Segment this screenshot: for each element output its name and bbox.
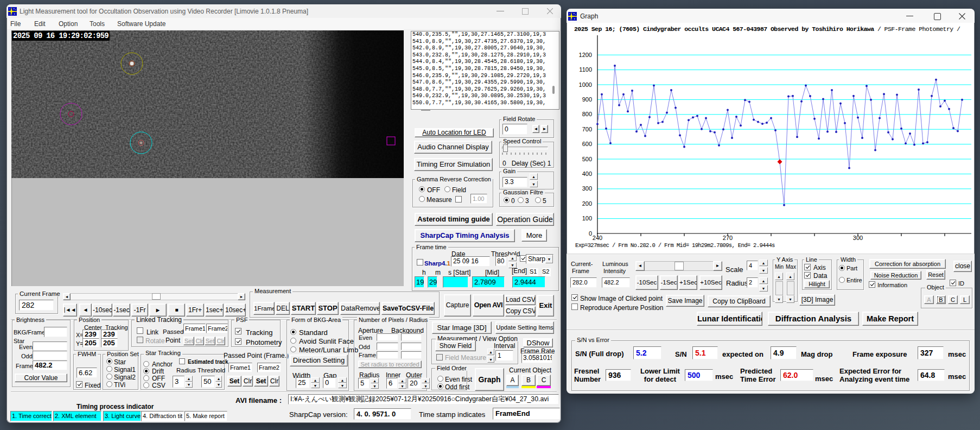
svg-text:1000: 1000 bbox=[579, 81, 592, 88]
svg-text:100: 100 bbox=[582, 215, 592, 222]
svg-text:1200: 1200 bbox=[579, 52, 592, 58]
svg-text:400: 400 bbox=[582, 170, 592, 177]
svg-text:1100: 1100 bbox=[579, 66, 592, 73]
svg-text:0: 0 bbox=[589, 230, 592, 237]
svg-text:600: 600 bbox=[582, 141, 592, 147]
svg-text:900: 900 bbox=[582, 96, 592, 103]
svg-text:800: 800 bbox=[582, 111, 592, 117]
svg-text:300: 300 bbox=[582, 185, 592, 192]
svg-text:500: 500 bbox=[582, 156, 592, 162]
svg-text:700: 700 bbox=[582, 126, 592, 132]
svg-text:200: 200 bbox=[582, 200, 592, 207]
svg-text:240: 240 bbox=[593, 235, 602, 241]
svg-text:300: 300 bbox=[853, 235, 863, 241]
svg-text:270: 270 bbox=[723, 235, 733, 241]
